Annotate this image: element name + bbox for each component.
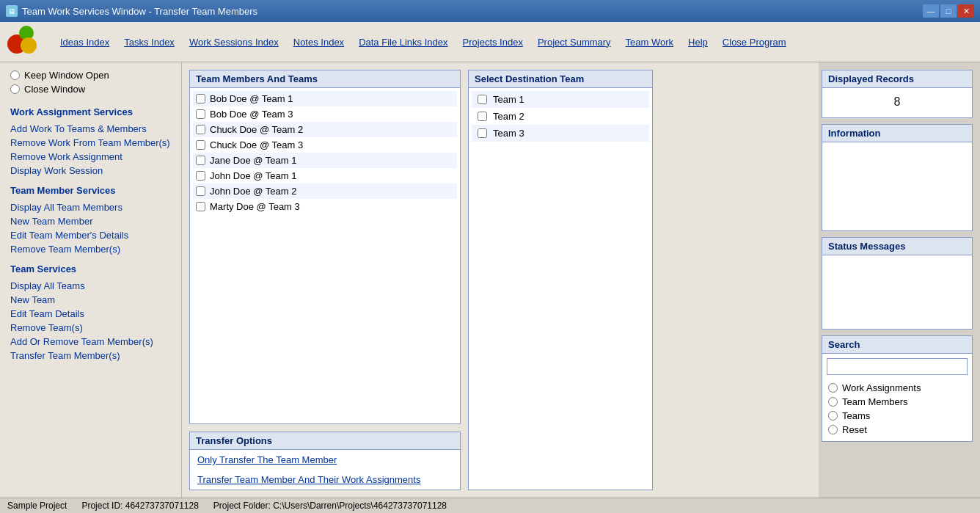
team-members-panel: Team Members And Teams Bob Doe @ Team 1B… bbox=[189, 70, 461, 424]
status-project-folder: Project Folder: C:\Users\Darren\Projects… bbox=[213, 501, 447, 511]
menu-projects-index[interactable]: Projects Index bbox=[457, 35, 529, 49]
destination-team-item[interactable]: Team 1 bbox=[472, 91, 649, 108]
sidebar: Keep Window Open Close Window Work Assig… bbox=[0, 62, 182, 498]
title-bar-controls: — □ ✕ bbox=[923, 4, 974, 18]
team-member-item[interactable]: Jane Doe @ Team 1 bbox=[193, 153, 457, 168]
sidebar-remove-teams[interactable]: Remove Team(s) bbox=[10, 321, 171, 335]
window-title: Team Work Services Window - Transfer Tea… bbox=[22, 6, 257, 17]
team-members-panel-body: Bob Doe @ Team 1Bob Doe @ Team 3Chuck Do… bbox=[190, 88, 460, 423]
information-panel: Information bbox=[822, 124, 973, 231]
team-member-item[interactable]: Bob Doe @ Team 3 bbox=[193, 106, 457, 122]
destination-team-body: Team 1Team 2Team 3 bbox=[469, 88, 652, 490]
sidebar-remove-team-members[interactable]: Remove Team Member(s) bbox=[10, 242, 171, 256]
sidebar-edit-team-member-details[interactable]: Edit Team Member's Details bbox=[10, 228, 171, 242]
work-assignment-services-title: Work Assignment Services bbox=[10, 106, 171, 117]
maximize-button[interactable]: □ bbox=[940, 4, 957, 18]
destination-team-panel: Select Destination Team Team 1Team 2Team… bbox=[468, 70, 653, 490]
transfer-member-with-work-link[interactable]: Transfer Team Member And Their Work Assi… bbox=[190, 470, 460, 490]
search-radio-reset[interactable]: Reset bbox=[828, 424, 966, 435]
main-content: Keep Window Open Close Window Work Assig… bbox=[0, 62, 980, 498]
search-radio-group: Work AssignmentsTeam MembersTeamsReset bbox=[822, 379, 972, 441]
status-messages-body bbox=[822, 255, 972, 329]
keep-window-open-radio[interactable]: Keep Window Open bbox=[10, 70, 171, 81]
sidebar-display-work-session[interactable]: Display Work Session bbox=[10, 164, 171, 178]
information-title: Information bbox=[822, 125, 972, 142]
sidebar-new-team-member[interactable]: New Team Member bbox=[10, 214, 171, 228]
team-members-panel-header: Team Members And Teams bbox=[190, 70, 460, 88]
app-icon: 🖥 bbox=[6, 5, 18, 17]
team-member-item[interactable]: Marty Doe @ Team 3 bbox=[193, 199, 457, 214]
transfer-only-member-link[interactable]: Only Transfer The Team Member bbox=[190, 450, 460, 470]
menu-data-file-links-index[interactable]: Data File Links Index bbox=[353, 35, 453, 49]
sidebar-new-team[interactable]: New Team bbox=[10, 293, 171, 307]
search-title: Search bbox=[822, 336, 972, 354]
window-options: Keep Window Open Close Window bbox=[10, 70, 171, 95]
sidebar-edit-team-details[interactable]: Edit Team Details bbox=[10, 307, 171, 321]
title-bar-left: 🖥 Team Work Services Window - Transfer T… bbox=[6, 5, 257, 17]
panel-left: Team Members And Teams Bob Doe @ Team 1B… bbox=[182, 62, 468, 498]
search-input[interactable] bbox=[827, 358, 968, 375]
menu-ideas-index[interactable]: Ideas Index bbox=[54, 35, 115, 49]
center-panels: Team Members And Teams Bob Doe @ Team 1B… bbox=[182, 62, 819, 498]
status-messages-panel: Status Messages bbox=[822, 237, 973, 330]
search-panel: Search Work AssignmentsTeam MembersTeams… bbox=[822, 335, 973, 442]
team-services-title: Team Services bbox=[10, 263, 171, 274]
keep-window-open-label: Keep Window Open bbox=[24, 70, 109, 81]
minimize-button[interactable]: — bbox=[923, 4, 939, 18]
team-member-services-title: Team Member Services bbox=[10, 185, 171, 196]
sidebar-add-work[interactable]: Add Work To Teams & Members bbox=[10, 122, 171, 136]
search-radio-teams[interactable]: Teams bbox=[828, 410, 966, 421]
status-messages-title: Status Messages bbox=[822, 238, 972, 255]
destination-team-header: Select Destination Team bbox=[469, 70, 652, 88]
menu-team-work[interactable]: Team Work bbox=[620, 35, 680, 49]
search-radio-work-assignments[interactable]: Work Assignments bbox=[828, 382, 966, 393]
displayed-records-value: 8 bbox=[828, 92, 966, 112]
displayed-records-panel: Displayed Records 8 bbox=[822, 70, 973, 118]
status-project-id: Project ID: 464273737071128 bbox=[81, 501, 198, 511]
search-radio-team-members[interactable]: Team Members bbox=[828, 396, 966, 407]
sidebar-remove-work-member[interactable]: Remove Work From Team Member(s) bbox=[10, 136, 171, 150]
menu-bar: Ideas Index Tasks Index Work Sessions In… bbox=[0, 22, 980, 62]
close-window-button[interactable]: ✕ bbox=[958, 4, 974, 18]
destination-team-item[interactable]: Team 3 bbox=[472, 125, 649, 142]
displayed-records-title: Displayed Records bbox=[822, 70, 972, 88]
team-member-item[interactable]: Chuck Doe @ Team 3 bbox=[193, 137, 457, 153]
status-bar: Sample Project Project ID: 4642737370711… bbox=[0, 498, 980, 513]
displayed-records-body: 8 bbox=[822, 88, 972, 117]
information-body bbox=[822, 142, 972, 230]
destination-team-area: Select Destination Team Team 1Team 2Team… bbox=[468, 62, 659, 498]
sidebar-display-all-teams[interactable]: Display All Teams bbox=[10, 279, 171, 293]
team-member-item[interactable]: Chuck Doe @ Team 2 bbox=[193, 122, 457, 137]
app-logo bbox=[7, 26, 44, 58]
close-window-radio[interactable]: Close Window bbox=[10, 84, 171, 95]
close-window-label: Close Window bbox=[24, 84, 85, 95]
sidebar-remove-work-assignment[interactable]: Remove Work Assignment bbox=[10, 150, 171, 164]
transfer-options-header: Transfer Options bbox=[190, 432, 460, 450]
sidebar-transfer-team-members[interactable]: Transfer Team Member(s) bbox=[10, 349, 171, 363]
logo-yellow-circle bbox=[21, 37, 37, 54]
team-member-item[interactable]: Bob Doe @ Team 1 bbox=[193, 91, 457, 106]
right-panel: Displayed Records 8 Information Status M… bbox=[819, 62, 980, 498]
sidebar-add-remove-team-members[interactable]: Add Or Remove Team Member(s) bbox=[10, 335, 171, 349]
transfer-options-panel: Transfer Options Only Transfer The Team … bbox=[189, 432, 461, 490]
menu-help[interactable]: Help bbox=[682, 35, 714, 49]
status-project-name: Sample Project bbox=[7, 501, 67, 511]
team-member-item[interactable]: John Doe @ Team 2 bbox=[193, 183, 457, 199]
destination-team-item[interactable]: Team 2 bbox=[472, 108, 649, 125]
team-member-item[interactable]: John Doe @ Team 1 bbox=[193, 168, 457, 183]
menu-work-sessions-index[interactable]: Work Sessions Index bbox=[183, 35, 285, 49]
menu-close-program[interactable]: Close Program bbox=[717, 35, 792, 49]
menu-project-summary[interactable]: Project Summary bbox=[532, 35, 617, 49]
center-area: Team Members And Teams Bob Doe @ Team 1B… bbox=[182, 62, 819, 498]
title-bar: 🖥 Team Work Services Window - Transfer T… bbox=[0, 0, 980, 22]
menu-tasks-index[interactable]: Tasks Index bbox=[118, 35, 180, 49]
sidebar-display-all-team-members[interactable]: Display All Team Members bbox=[10, 200, 171, 214]
menu-notes-index[interactable]: Notes Index bbox=[288, 35, 350, 49]
